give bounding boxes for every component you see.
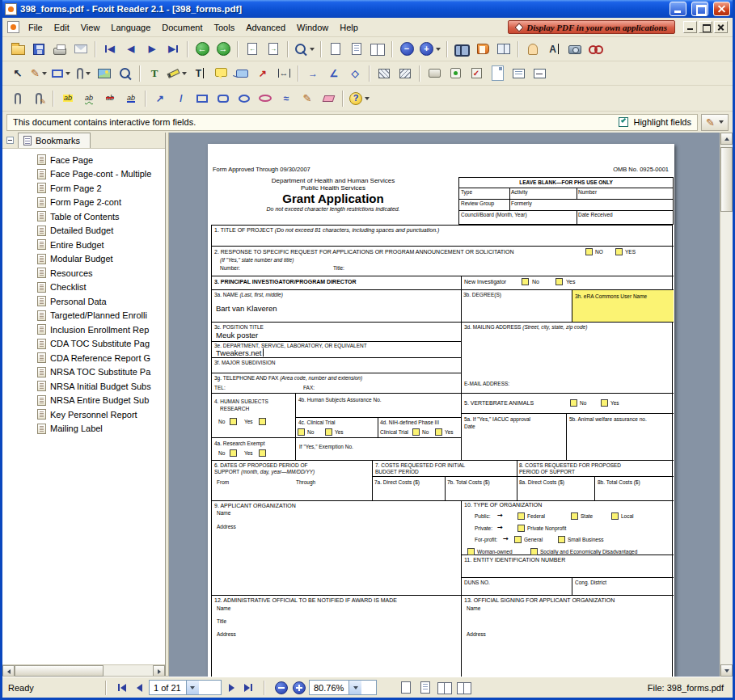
snapshot-button[interactable] bbox=[565, 40, 585, 59]
bookmark-item[interactable]: Form Page 2 bbox=[2, 181, 165, 196]
maximize-button[interactable] bbox=[691, 2, 708, 16]
field-value-3e-department[interactable]: Tweakers.net bbox=[216, 348, 264, 357]
squiggly-text-button[interactable]: ab bbox=[79, 89, 99, 108]
dropdown-arrow-icon[interactable] bbox=[348, 681, 361, 694]
bookmark-item[interactable]: Modular Budget bbox=[2, 252, 165, 267]
crosshatch-tool-button[interactable] bbox=[395, 64, 415, 83]
menu-view[interactable]: View bbox=[75, 20, 106, 35]
menu-window[interactable]: Window bbox=[291, 20, 334, 35]
zoom-in-button[interactable]: + bbox=[418, 40, 442, 59]
email-button[interactable] bbox=[71, 40, 91, 59]
page-number-combobox[interactable]: 1 of 21 bbox=[149, 680, 222, 695]
status-next-page-button[interactable] bbox=[224, 681, 239, 695]
bookmark-item[interactable]: CDA Reference Report G bbox=[2, 351, 165, 365]
bookmark-item[interactable]: NRSA Entire Budget Sub bbox=[2, 394, 165, 408]
highlighter-tool-button[interactable] bbox=[166, 64, 188, 83]
dropdown-arrow-icon[interactable] bbox=[186, 681, 199, 694]
checkbox-10-disadvantaged[interactable] bbox=[530, 548, 538, 555]
glasses-button[interactable] bbox=[586, 40, 606, 59]
checkbox-4c-no[interactable] bbox=[298, 428, 305, 436]
page-back-button[interactable] bbox=[243, 40, 262, 59]
zoom-combobox[interactable]: 80.76% bbox=[309, 680, 377, 695]
listbox-field-button[interactable] bbox=[509, 64, 528, 83]
menu-document[interactable]: Document bbox=[156, 20, 208, 35]
bookmark-item[interactable]: Resources bbox=[2, 266, 165, 280]
bookmark-item[interactable]: Detailed Budget bbox=[2, 224, 165, 238]
checkbox-5-yes[interactable] bbox=[601, 399, 608, 407]
checkbox-10-local[interactable] bbox=[611, 512, 619, 520]
highlight-fields-checkbox[interactable] bbox=[619, 117, 628, 127]
ellipse-shape-button[interactable] bbox=[234, 89, 254, 108]
dropdown-arrow-icon[interactable] bbox=[310, 48, 315, 51]
status-zoom-in-button[interactable] bbox=[291, 680, 306, 695]
single-page-button[interactable] bbox=[326, 40, 345, 59]
field-value-3a-name[interactable]: Bart van Klaveren bbox=[216, 304, 277, 313]
bookmark-item[interactable]: NRSA TOC Substitute Pa bbox=[2, 365, 165, 380]
attach-file-button[interactable] bbox=[8, 89, 27, 108]
checkbox-4-yes[interactable] bbox=[259, 418, 266, 425]
underline-text-button[interactable]: ab bbox=[121, 89, 141, 108]
arrow-shape-button[interactable]: ↗ bbox=[150, 89, 170, 108]
mdi-minimize-button[interactable] bbox=[683, 21, 697, 33]
select-annotation-button[interactable]: ↖ bbox=[8, 64, 27, 83]
sidebar-horizontal-scrollbar[interactable] bbox=[2, 664, 165, 677]
field-value-3c-position[interactable]: Meuk poster bbox=[216, 331, 258, 339]
layout-facing-button[interactable] bbox=[437, 680, 453, 696]
scroll-left-button[interactable] bbox=[2, 665, 15, 677]
strikeout-text-button[interactable]: ab bbox=[100, 89, 120, 108]
menu-tools[interactable]: Tools bbox=[208, 20, 240, 35]
checkbox-4a-yes[interactable] bbox=[259, 449, 266, 457]
find-button[interactable] bbox=[452, 40, 471, 59]
document-vertical-scrollbar[interactable] bbox=[720, 133, 733, 677]
cloud-shape-button[interactable]: ≈ bbox=[277, 89, 296, 108]
menu-help[interactable]: Help bbox=[334, 20, 364, 35]
scroll-thumb[interactable] bbox=[720, 147, 733, 212]
oval-shape-button[interactable] bbox=[256, 89, 275, 108]
polygon-tool-button[interactable]: ◇ bbox=[345, 64, 365, 83]
status-first-page-button[interactable] bbox=[115, 681, 129, 695]
status-zoom-out-button[interactable] bbox=[273, 680, 289, 695]
attach-tool-button[interactable] bbox=[74, 64, 93, 83]
facing-pages-button[interactable] bbox=[368, 40, 387, 59]
checkbox-10-general[interactable] bbox=[514, 536, 522, 543]
pushbutton-field-button[interactable] bbox=[425, 64, 444, 83]
continuous-page-button[interactable] bbox=[347, 40, 366, 59]
checkbox-field-button[interactable]: ✓ bbox=[467, 64, 486, 83]
status-last-page-button[interactable] bbox=[241, 681, 256, 695]
checkbox-4d-no[interactable] bbox=[412, 428, 420, 436]
close-button[interactable] bbox=[713, 2, 730, 16]
print-button[interactable] bbox=[50, 40, 70, 59]
dropdown-arrow-icon[interactable] bbox=[86, 72, 91, 75]
text-tool-button[interactable]: T bbox=[190, 64, 209, 83]
scroll-right-button[interactable] bbox=[153, 665, 165, 677]
previous-view-button[interactable]: ← bbox=[192, 40, 212, 59]
rounded-rectangle-shape-button[interactable] bbox=[213, 89, 233, 108]
bookmark-item[interactable]: Targeted/Planned Enrolli bbox=[2, 309, 165, 323]
pencil-tool-button[interactable]: ✎ bbox=[701, 114, 729, 131]
bookmark-item[interactable]: Face Page-cont - Multiple bbox=[2, 167, 165, 182]
zoom-out-button[interactable]: − bbox=[397, 40, 416, 59]
checkbox-2-no[interactable] bbox=[585, 248, 593, 255]
promo-banner[interactable]: Display PDF in your own applications bbox=[508, 20, 675, 34]
menu-language[interactable]: Language bbox=[105, 20, 156, 35]
select-text-button[interactable]: A bbox=[544, 40, 564, 59]
bookmark-item[interactable]: Key Personnel Report bbox=[2, 407, 165, 422]
bookmark-item[interactable]: Personal Data bbox=[2, 294, 165, 309]
shape-tool-button[interactable] bbox=[50, 64, 72, 83]
last-page-button[interactable]: ▶ bbox=[163, 40, 183, 59]
status-prev-page-button[interactable] bbox=[132, 681, 146, 695]
rectangle-shape-button[interactable] bbox=[192, 89, 212, 108]
textfield-field-button[interactable] bbox=[530, 64, 549, 83]
checkbox-new-investigator-no[interactable] bbox=[522, 278, 529, 285]
first-page-button[interactable]: ◀ bbox=[100, 40, 120, 59]
dropdown-arrow-icon[interactable] bbox=[182, 72, 187, 75]
scroll-track[interactable] bbox=[720, 145, 733, 664]
scroll-down-button[interactable] bbox=[720, 664, 733, 677]
menu-advanced[interactable]: Advanced bbox=[240, 20, 291, 35]
checkbox-10-woman-owned[interactable] bbox=[467, 548, 475, 555]
checkbox-4-no[interactable] bbox=[230, 418, 237, 425]
collapse-bookmarks-button[interactable] bbox=[6, 137, 14, 144]
tab-bookmarks[interactable]: Bookmarks bbox=[18, 133, 91, 148]
document-pane[interactable]: Form Approved Through 09/30/2007 OMB No.… bbox=[169, 133, 733, 677]
polyline-tool-button[interactable]: ∠ bbox=[324, 64, 344, 83]
